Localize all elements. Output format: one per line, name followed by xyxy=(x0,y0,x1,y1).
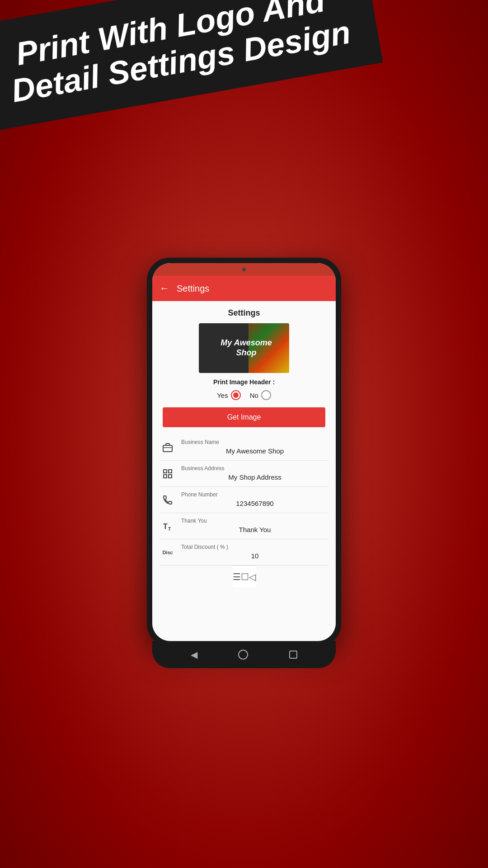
total-discount-field: Disc Total Discount ( % ) xyxy=(160,539,328,566)
grid-icon xyxy=(160,468,176,479)
back-button[interactable]: ← xyxy=(160,283,169,294)
thank-you-input[interactable] xyxy=(181,525,328,534)
radio-group: Yes No xyxy=(217,390,271,400)
get-image-button[interactable]: Get Image xyxy=(163,407,325,427)
menu-nav-icon[interactable]: ☰ xyxy=(233,571,241,582)
svg-rect-3 xyxy=(169,470,172,473)
business-name-input[interactable] xyxy=(181,446,328,456)
svg-text:T: T xyxy=(163,523,168,530)
svg-rect-2 xyxy=(164,470,167,473)
phone-number-label: Phone Number xyxy=(181,491,328,498)
radio-yes-circle[interactable] xyxy=(231,390,241,400)
fields-container: Business Name Bus xyxy=(152,434,336,566)
content-area: Settings My Awesome Shop Print Image Hea… xyxy=(152,301,336,641)
business-address-input[interactable] xyxy=(181,472,328,482)
phone-icon xyxy=(160,495,176,505)
back-nav-icon[interactable]: ◁ xyxy=(249,571,256,582)
business-name-label: Business Name xyxy=(181,439,328,445)
page-title: Settings xyxy=(228,308,260,318)
business-address-label: Business Address xyxy=(181,465,328,472)
disc-label-icon: Disc xyxy=(160,550,176,555)
total-discount-label: Total Discount ( % ) xyxy=(181,544,328,550)
hw-home-button[interactable] xyxy=(238,650,248,660)
svg-rect-4 xyxy=(164,475,167,478)
thank-you-field: T T Thank You xyxy=(160,513,328,539)
promo-banner: Print With Logo And Detail Settings Desi… xyxy=(0,0,383,133)
disc-text: Disc xyxy=(162,550,173,555)
phone-frame: ← Settings Settings My Awesome Shop Prin… xyxy=(147,258,341,646)
radio-no-label: No xyxy=(250,392,258,399)
thank-you-label: Thank You xyxy=(181,518,328,524)
svg-rect-5 xyxy=(169,475,172,478)
phone-number-field: Phone Number xyxy=(160,487,328,513)
radio-no-circle[interactable] xyxy=(261,390,271,400)
business-address-field: Business Address xyxy=(160,461,328,487)
phone-hardware-buttons: ◀ xyxy=(152,641,336,668)
shop-name-overlay: My Awesome Shop xyxy=(216,338,272,358)
briefcase-icon xyxy=(160,442,176,453)
radio-yes-label: Yes xyxy=(217,392,228,399)
square-nav-icon[interactable]: ☐ xyxy=(241,571,249,582)
print-header-label: Print Image Header : xyxy=(213,378,275,386)
hw-back-button[interactable]: ◀ xyxy=(191,649,197,660)
svg-rect-0 xyxy=(163,445,172,452)
image-preview: My Awesome Shop xyxy=(199,323,289,373)
hw-recent-button[interactable] xyxy=(289,651,297,659)
text-size-icon: T T xyxy=(160,521,176,532)
camera-dot xyxy=(242,268,246,271)
total-discount-input[interactable] xyxy=(181,551,328,561)
status-bar xyxy=(152,263,336,276)
app-bar: ← Settings xyxy=(152,276,336,301)
radio-no[interactable]: No xyxy=(250,390,271,400)
phone-number-input[interactable] xyxy=(181,499,328,508)
bottom-nav: ☰ ☐ ◁ xyxy=(233,566,256,587)
svg-text:T: T xyxy=(168,527,171,532)
business-name-field: Business Name xyxy=(160,434,328,461)
radio-yes[interactable]: Yes xyxy=(217,390,240,400)
app-bar-title: Settings xyxy=(177,283,209,294)
